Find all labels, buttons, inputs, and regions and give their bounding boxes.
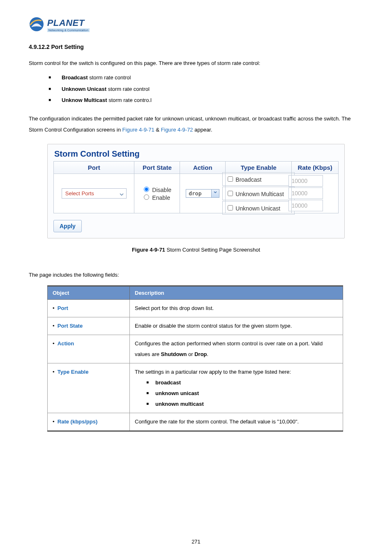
radio-enable[interactable]: Enable <box>142 193 176 201</box>
checkbox-unknown-unicast[interactable]: Unknown Unicast <box>222 201 295 215</box>
col-port-state: Port State <box>134 161 180 173</box>
col-port: Port <box>54 161 134 173</box>
table-row: • Port Select port for this drop down li… <box>48 300 343 317</box>
section-heading: 4.9.12.2 Port Setting <box>29 44 363 50</box>
intro-text: Storm control for the switch is configur… <box>29 58 363 69</box>
fields-intro: The page includes the following fields: <box>29 269 363 280</box>
description-table: Object Description • Port Select port fo… <box>47 285 343 432</box>
storm-control-panel: Storm Control Setting Port Port State Ac… <box>47 144 345 238</box>
table-row: • Rate (kbps/pps) Configure the rate for… <box>48 413 343 431</box>
chevron-down-icon <box>120 192 124 198</box>
rate-input-unknown-unicast[interactable]: 10000 <box>288 200 323 211</box>
col-object: Object <box>48 286 130 300</box>
page-number: 271 <box>29 539 363 545</box>
globe-icon <box>29 16 44 33</box>
panel-title: Storm Control Setting <box>54 149 339 159</box>
storm-types-list: Broadcast storm rate control Unknown Uni… <box>29 72 363 106</box>
figure-ref-71: Figure 4-9-71 <box>122 127 154 133</box>
brand-logo: PLANET Networking & Communication <box>29 16 363 33</box>
col-type-enable: Type Enable <box>226 161 292 173</box>
chevron-down-icon <box>211 190 219 197</box>
figure-ref-72: Figure 4-9-72 <box>161 127 193 133</box>
select-ports-dropdown[interactable]: Select Ports <box>62 188 127 199</box>
rate-input-unknown-multicast[interactable]: 10000 <box>288 187 323 199</box>
brand-tagline: Networking & Communication <box>47 28 90 32</box>
table-row: • Type Enable The settings in a particul… <box>48 363 343 413</box>
action-select[interactable]: drop <box>186 189 219 198</box>
table-row: • Action Configures the action performed… <box>48 335 343 363</box>
config-paragraph: The configuration indicates the permitte… <box>29 113 363 136</box>
apply-button[interactable]: Apply <box>53 220 82 232</box>
col-action: Action <box>180 161 226 173</box>
checkbox-unknown-multicast[interactable]: Unknown Multicast <box>222 187 295 200</box>
brand-name: PLANET <box>47 18 90 28</box>
col-description: Description <box>130 286 343 300</box>
rate-input-broadcast[interactable]: 10000 <box>288 175 323 187</box>
checkbox-broadcast[interactable]: Broadcast <box>222 172 295 186</box>
table-row: • Port State Enable or disable the storm… <box>48 317 343 335</box>
col-rate: Rate (Kbps) <box>292 161 339 173</box>
radio-disable[interactable]: Disable <box>142 185 176 193</box>
figure-caption: Figure 4-9-71 Storm Control Setting Page… <box>29 247 363 253</box>
